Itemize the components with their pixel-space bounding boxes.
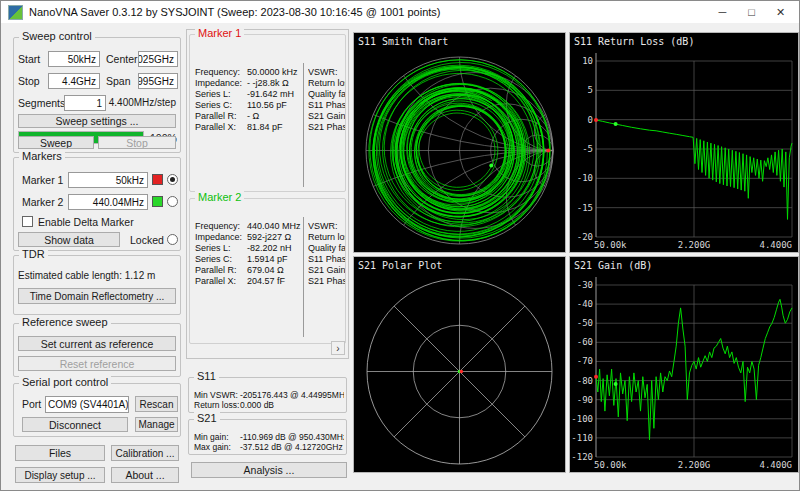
marker2-info-title: Marker 2 [195, 191, 244, 204]
s21-gain-label: S21 Gain: [308, 265, 345, 275]
reset-reference-button[interactable]: Reset reference [18, 356, 176, 371]
quality-factor-label: Quality factor: [308, 243, 345, 253]
marker2-color-swatch[interactable] [152, 196, 163, 207]
sweep-button[interactable]: Sweep [18, 136, 94, 149]
s11-stats-title: S11 [194, 370, 219, 383]
field-label: Parallel X: [195, 276, 247, 286]
svg-text:-80: -80 [577, 376, 593, 386]
tdr-button[interactable]: Time Domain Reflectometry ... [18, 288, 176, 304]
column-divider[interactable] [303, 63, 304, 187]
set-reference-button[interactable]: Set current as reference [18, 336, 176, 351]
expand-markers-button[interactable]: › [331, 341, 345, 355]
s21-gain-chart[interactable]: S21 Gain (dB)-30-40-50-60-70-80-90-100-1… [569, 256, 799, 473]
about-button[interactable]: About ... [111, 467, 179, 483]
marker2-input[interactable]: 440.04MHz [68, 194, 148, 210]
stat-label: Min gain: [194, 432, 240, 442]
analysis-button[interactable]: Analysis ... [191, 462, 347, 478]
s21-polar-plot[interactable]: S21 Polar Plot [353, 256, 566, 473]
marker1-input[interactable]: 50kHz [68, 172, 148, 188]
span-input[interactable]: 4.39995GHz [138, 73, 178, 89]
disconnect-button[interactable]: Disconnect [22, 417, 128, 432]
stat-label: Min VSWR: [194, 390, 240, 400]
port-combobox-value: COM9 (SV4401A) [48, 399, 129, 410]
markers-group: Markers Marker 1 50kHz Marker 2 440.04MH… [13, 157, 181, 251]
marker1-color-swatch[interactable] [152, 174, 163, 185]
manage-button[interactable]: Manage [135, 417, 178, 432]
calibration-button[interactable]: Calibration ... [111, 445, 179, 461]
tdr-title: TDR [19, 248, 48, 261]
app-window: NanoVNA Saver 0.3.12 by SYSJOINT (Sweep:… [0, 0, 800, 491]
s21-stats-title: S21 [194, 412, 220, 425]
field-label: Series C: [195, 254, 247, 264]
quality-factor-label: Quality factor: [308, 89, 345, 99]
svg-text:-20: -20 [577, 232, 593, 242]
window-title: NanoVNA Saver 0.3.12 by SYSJOINT (Sweep:… [29, 6, 441, 18]
display-setup-button[interactable]: Display setup ... [15, 467, 105, 483]
stop-button[interactable]: Stop [98, 136, 176, 149]
marker1-label: Marker 1 [22, 174, 63, 186]
marker1-info-group: Marker 1 Frequency:50.0000 kHz Impedance… [189, 34, 346, 192]
title-bar: NanoVNA Saver 0.3.12 by SYSJOINT (Sweep:… [1, 1, 799, 23]
svg-text:-60: -60 [577, 337, 593, 347]
column-divider[interactable] [303, 217, 304, 337]
vswr-label: VSWR: [308, 67, 345, 77]
field-value: - -j28.8k Ω [247, 78, 289, 88]
maximize-icon[interactable]: □ [737, 1, 766, 23]
segments-label: Segments [18, 97, 65, 109]
start-input[interactable]: 50kHz [48, 51, 100, 67]
svg-text:-50: -50 [577, 318, 593, 328]
field-value: 592-j227 Ω [247, 232, 291, 242]
s11-phase-label: S11 Phase: [308, 100, 345, 110]
minimize-icon[interactable]: ─ [708, 1, 737, 23]
svg-text:-15: -15 [577, 203, 593, 213]
serial-port-title: Serial port control [19, 376, 111, 389]
sweep-control-group: Sweep control Start 50kHz Center 2.20002… [13, 37, 181, 153]
marker-data-panel: Marker 1 Frequency:50.0000 kHz Impedance… [186, 29, 349, 359]
vswr-label: VSWR: [308, 221, 345, 231]
close-icon[interactable]: ✕ [766, 1, 795, 23]
marker2-label: Marker 2 [22, 196, 63, 208]
marker1-radio[interactable] [167, 174, 178, 185]
s21-gain-label: S21 Gain: [308, 111, 345, 121]
reference-sweep-title: Reference sweep [19, 316, 111, 329]
svg-text:-110: -110 [571, 433, 593, 443]
rescan-button[interactable]: Rescan [135, 396, 178, 412]
s21-phase-label: S21 Phase: [308, 122, 345, 132]
field-value: 1.5914 pF [247, 254, 288, 264]
field-label: Series C: [195, 100, 247, 110]
sweep-settings-button[interactable]: Sweep settings ... [18, 114, 176, 128]
field-value: -82.202 nH [247, 243, 292, 253]
stop-label: Stop [18, 75, 40, 87]
svg-text:S21 Gain (dB): S21 Gain (dB) [574, 260, 652, 271]
files-button[interactable]: Files [15, 445, 105, 461]
center-input[interactable]: 2.200025GHz [138, 51, 178, 67]
segments-input[interactable]: 1 [64, 95, 106, 111]
stat-value: -205176.443 @ 4.44995MHz [240, 390, 344, 400]
svg-text:2.200G: 2.200G [678, 240, 711, 250]
svg-text:-40: -40 [577, 299, 593, 309]
field-label: Series L: [195, 89, 247, 99]
field-value: 679.04 Ω [247, 265, 284, 275]
field-value: 440.040 MHz [247, 221, 301, 231]
svg-text:4.400G: 4.400G [759, 460, 792, 470]
svg-text:10: 10 [582, 56, 593, 66]
cable-length-text: Estimated cable length: 1.12 m [18, 270, 155, 281]
enable-delta-marker-checkbox[interactable] [22, 216, 33, 227]
svg-text:-30: -30 [577, 280, 593, 290]
field-label: Parallel X: [195, 122, 247, 132]
marker2-radio[interactable] [167, 196, 178, 207]
start-label: Start [18, 53, 40, 65]
return-loss-label: Return loss: [308, 232, 345, 242]
field-label: Frequency: [195, 221, 247, 231]
show-data-button[interactable]: Show data [18, 232, 120, 247]
svg-text:-100: -100 [571, 414, 593, 424]
stat-value: -37.512 dB @ 4.12720GHz [240, 442, 343, 452]
stop-input[interactable]: 4.4GHz [48, 73, 100, 89]
port-combobox[interactable]: COM9 (SV4401A) ▾ [45, 396, 129, 413]
return-loss-label: Return loss: [308, 78, 345, 88]
s11-return-loss-chart[interactable]: S11 Return Loss (dB)1050-5-10-15-2050.00… [569, 32, 799, 253]
s11-smith-chart[interactable]: S11 Smith Chart [353, 32, 566, 253]
locked-radio[interactable] [167, 234, 178, 245]
field-value: 204.57 fF [247, 276, 285, 286]
field-value: 81.84 pF [247, 122, 283, 132]
